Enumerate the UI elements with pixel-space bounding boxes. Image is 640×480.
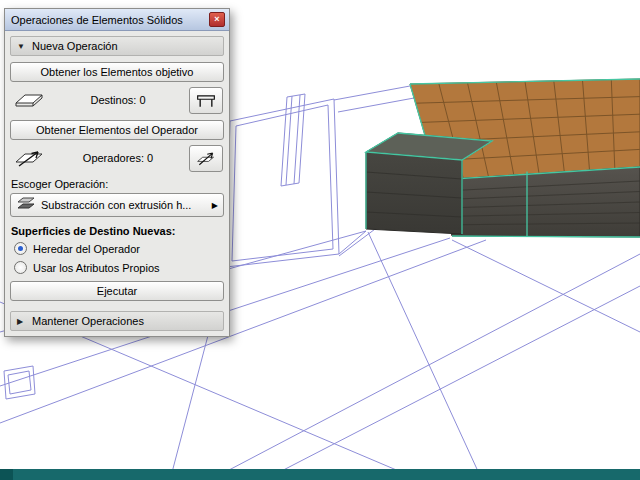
radio-icon [14,242,27,255]
radio-inherit-operator[interactable]: Heredar del Operador [14,241,220,256]
surfaces-label: Superficies de Destino Nuevas: [11,225,223,237]
operation-value: Substracción con extrusión h... [41,199,207,211]
dialog-title: Operaciones de Elementos Sólidos [11,14,209,26]
close-button[interactable]: × [209,12,225,27]
section-new-operation-label: Nueva Operación [32,40,118,52]
section-keep-operations[interactable]: ▶ Mantener Operaciones [10,311,224,331]
operators-count: Operadores: 0 [47,152,189,164]
targets-row: Destinos: 0 [11,86,223,114]
section-new-operation[interactable]: ▼ Nueva Operación [10,36,224,56]
radio-own-label: Usar los Atributos Propios [33,262,160,274]
dialog-body: ▼ Nueva Operación Obtener los Elementos … [5,31,229,336]
choose-operation-label: Escoger Operación: [11,178,223,190]
radio-icon [14,261,27,274]
close-icon: × [214,14,219,24]
operator-slab-icon [11,149,47,168]
pick-targets-button[interactable] [189,87,223,114]
operators-row: Operadores: 0 [11,144,223,172]
menu-arrow-icon: ▶ [212,201,218,210]
pick-operators-button[interactable] [189,145,223,172]
solid-operations-dialog: Operaciones de Elementos Sólidos × ▼ Nue… [4,8,230,337]
status-bar[interactable] [0,469,640,480]
pick-operators-icon [196,149,216,168]
get-targets-button[interactable]: Obtener los Elementos objetivo [10,62,224,82]
radio-inherit-label: Heredar del Operador [33,243,140,255]
expand-icon: ▶ [17,317,26,326]
table-icon [196,91,216,110]
section-keep-operations-label: Mantener Operaciones [32,315,144,327]
dialog-titlebar[interactable]: Operaciones de Elementos Sólidos × [5,9,229,31]
collapse-icon: ▼ [17,42,26,51]
execute-button[interactable]: Ejecutar [10,281,224,301]
radio-own-attributes[interactable]: Usar los Atributos Propios [14,260,220,275]
operation-dropdown[interactable]: Substracción con extrusión h... ▶ [10,193,224,217]
targets-count: Destinos: 0 [47,94,189,106]
target-slab-icon [11,91,47,110]
operation-icon [16,196,36,215]
get-operators-button[interactable]: Obtener Elementos del Operador [10,120,224,140]
application-window: Operaciones de Elementos Sólidos × ▼ Nue… [0,0,640,480]
